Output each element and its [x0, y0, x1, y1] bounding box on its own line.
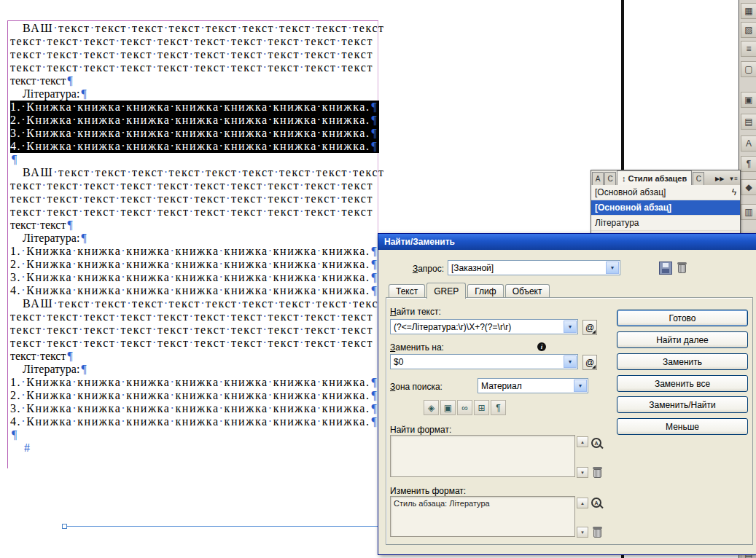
scroll-down-icon[interactable]: ▼: [577, 467, 588, 478]
tab-object[interactable]: Объект: [505, 284, 550, 298]
pilcrow-mark: ¶: [372, 245, 377, 257]
doc-line: 2.·Книжка·книжка·книжка·книжка·книжка·кн…: [10, 389, 376, 402]
dialog-titlebar[interactable]: Найти/Заменить: [378, 234, 756, 250]
tab-glyph[interactable]: Глиф: [467, 284, 503, 298]
doc-line: ВАШ·текст·текст·текст·текст·текст·текст·…: [10, 22, 376, 35]
search-scope-select[interactable]: Материал ▼: [478, 378, 588, 393]
clear-change-format-icon[interactable]: [593, 527, 602, 538]
query-select[interactable]: [Заказной] ▼: [448, 260, 620, 275]
replace-with-input[interactable]: $0 ▼: [390, 354, 578, 369]
doc-line: ¶: [10, 153, 376, 166]
replace-find-button[interactable]: Заменить/Найти: [617, 396, 748, 413]
fewer-options-button[interactable]: Меньше: [617, 418, 748, 435]
style-row-literatura[interactable]: Література: [591, 216, 740, 231]
pilcrow-mark: ¶: [67, 350, 72, 362]
find-special-characters-menu-icon[interactable]: @: [582, 320, 597, 335]
pilcrow-mark: ¶: [372, 389, 377, 401]
change-format-box[interactable]: Стиль абзаца: Література: [390, 496, 575, 537]
replace-all-button[interactable]: Заменить все: [617, 375, 748, 392]
done-button[interactable]: Готово: [617, 310, 748, 326]
clear-find-format-icon[interactable]: [593, 467, 602, 478]
doc-line: Література:¶: [10, 363, 376, 376]
find-text-value: (?<=Література:\r)\X+?(?=\r\r): [394, 322, 563, 332]
panel-tab-stub-2[interactable]: С: [604, 172, 616, 185]
doc-line: текст·текст·текст·текст·текст·текст·текс…: [10, 179, 376, 192]
include-hidden-layers-icon[interactable]: ∞: [457, 400, 472, 415]
doc-line: 1.·Книжка·книжка·книжка·книжка·книжка·кн…: [10, 376, 376, 389]
style-row-basic-paragraph-selected[interactable]: [Основной абзац]: [591, 200, 740, 216]
doc-line: текст·текст·текст·текст·текст·текст·текс…: [10, 323, 376, 337]
doc-line: Література:¶: [10, 87, 376, 101]
tab-paragraph-styles[interactable]: ↕ Стили абзацев: [617, 170, 692, 185]
dock-panel-icon-3[interactable]: ≡: [741, 41, 756, 57]
change-format-value: Стиль абзаца: Література: [394, 499, 490, 508]
panel-menu-icon[interactable]: ▼≡: [726, 173, 740, 185]
dock-panel-icon-4[interactable]: ▢: [741, 61, 756, 77]
tab-grep[interactable]: GREP: [426, 283, 466, 299]
doc-line: 4.·Книжка·книжка·книжка·книжка·книжка·кн…: [10, 284, 376, 297]
dock-panel-icon-6[interactable]: ▤: [741, 114, 756, 130]
scroll-up-icon[interactable]: ▲: [577, 436, 588, 447]
doc-line: Література:¶: [10, 232, 376, 245]
selected-list-line: 3.·Книжка·книжка·книжка·книжка·книжка·кн…: [10, 127, 379, 140]
doc-line: текст·текст·текст·текст·текст·текст·текс…: [10, 205, 376, 219]
find-format-box[interactable]: [390, 435, 575, 477]
margin-guide-top: [7, 20, 378, 21]
include-master-pages-icon[interactable]: ⊞: [474, 400, 489, 415]
include-locked-stories-icon[interactable]: ▣: [440, 400, 456, 415]
pen-icon: ϟ: [732, 187, 736, 197]
pilcrow-mark: ¶: [372, 127, 377, 139]
doc-line: текст·текст·текст·текст·текст·текст·текс…: [10, 48, 376, 61]
scroll-down-icon[interactable]: ▼: [577, 527, 588, 538]
include-locked-layers-icon[interactable]: ◈: [424, 400, 439, 415]
doc-line: 2.·Книжка·книжка·книжка·книжка·книжка·кн…: [10, 258, 376, 271]
pilcrow-mark: ¶: [372, 284, 377, 296]
info-icon[interactable]: i: [537, 342, 546, 351]
find-next-button[interactable]: Найти далее: [617, 331, 748, 348]
frame-handle[interactable]: [62, 524, 67, 529]
replace-special-characters-menu-icon[interactable]: @: [582, 355, 597, 370]
chevron-down-icon[interactable]: ▼: [606, 262, 619, 274]
dock-panel-icon-5[interactable]: ▣: [741, 92, 756, 108]
delete-query-icon[interactable]: [677, 262, 687, 273]
save-query-icon[interactable]: [659, 262, 672, 275]
pilcrow-mark: ¶: [81, 363, 86, 375]
include-footnotes-icon[interactable]: ¶: [491, 400, 506, 415]
chevron-down-icon[interactable]: ▼: [574, 380, 587, 392]
doc-line: текст·текст·текст·текст·текст·текст·текс…: [10, 35, 376, 48]
pilcrow-mark: ¶: [81, 87, 86, 100]
pilcrow-mark: ¶: [81, 232, 86, 244]
pilcrow-mark: ¶: [372, 415, 377, 428]
style-row-basic-paragraph[interactable]: [Основной абзац] ϟ: [591, 185, 740, 200]
dock-panel-icon-1[interactable]: ▦: [741, 3, 756, 19]
panel-tab-stub-1[interactable]: А: [592, 172, 604, 185]
margin-guide-left: [7, 20, 8, 468]
dock-panel-icon-7[interactable]: A: [741, 135, 756, 152]
doc-line: ВАШ·текст·текст·текст·текст·текст·текст·…: [10, 297, 376, 310]
replace-button[interactable]: Заменить: [617, 353, 748, 370]
dock-panel-icon-2[interactable]: ▧: [741, 22, 756, 38]
specify-find-attributes-icon[interactable]: A: [591, 438, 604, 450]
end-of-story-mark: #: [24, 441, 30, 454]
chevron-down-icon[interactable]: ▼: [564, 355, 577, 368]
specify-change-attributes-icon[interactable]: A: [591, 498, 604, 510]
document-text[interactable]: ВАШ·текст·текст·текст·текст·текст·текст·…: [10, 22, 376, 455]
scroll-up-icon[interactable]: ▲: [577, 498, 588, 508]
dock-panel-icon-10[interactable]: ▥: [741, 204, 756, 220]
search-scope-value: Материал: [481, 381, 573, 391]
chevron-down-icon[interactable]: ▼: [564, 321, 577, 333]
find-text-input[interactable]: (?<=Література:\r)\X+?(?=\r\r) ▼: [390, 319, 578, 334]
tab-text[interactable]: Текст: [389, 284, 425, 298]
change-format-label: Изменить формат:: [390, 486, 466, 496]
expand-panel-icon[interactable]: ▶▶: [713, 173, 726, 185]
doc-line: 3.·Книжка·книжка·книжка·книжка·книжка·кн…: [10, 402, 376, 415]
query-value: [Заказной]: [451, 263, 605, 273]
collapse-arrows-icon: ↕: [622, 174, 626, 183]
doc-line: текст·текст·текст·текст·текст·текст·текс…: [10, 337, 376, 350]
dock-panel-icon-9[interactable]: ◆: [741, 179, 756, 195]
dock-panel-icon-8[interactable]: ¶: [741, 156, 756, 172]
panel-tab-stub-3[interactable]: С: [693, 172, 704, 185]
application-window: ВАШ·текст·текст·текст·текст·текст·текст·…: [0, 0, 756, 558]
panel-title: Стили абзацев: [628, 174, 687, 183]
text-frame-bottom-edge[interactable]: [64, 526, 383, 527]
